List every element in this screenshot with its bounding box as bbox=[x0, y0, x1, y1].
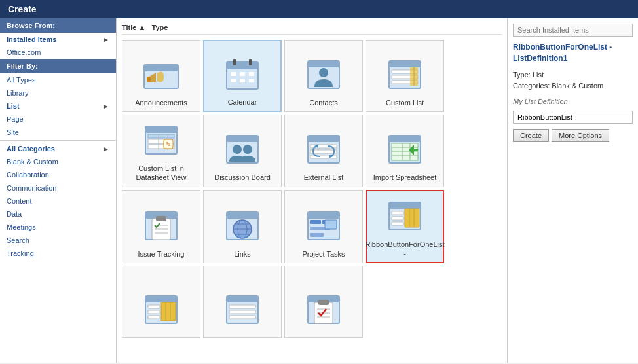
sidebar-item-search[interactable]: Search bbox=[0, 234, 116, 247]
discussion-label: Discussion Board bbox=[214, 173, 271, 182]
create-button[interactable]: Create bbox=[513, 129, 549, 142]
sidebar-item-officecom[interactable]: Office.com bbox=[0, 46, 116, 59]
custom-list-label: Custom List bbox=[386, 98, 424, 107]
svg-rect-68 bbox=[308, 212, 339, 219]
ribbon-icon bbox=[384, 195, 426, 237]
name-input[interactable] bbox=[513, 111, 633, 124]
links-label: Links bbox=[234, 249, 251, 259]
detail-title: RibbonButtonForOneList - ListDefinition1 bbox=[513, 42, 633, 64]
svg-rect-25 bbox=[145, 126, 177, 133]
sidebar-item-allcategories[interactable]: All Categories ► bbox=[0, 142, 116, 155]
title-label: Create bbox=[8, 4, 37, 14]
svg-rect-26 bbox=[148, 134, 174, 138]
svg-point-36 bbox=[243, 145, 252, 154]
arrow-icon: ► bbox=[103, 36, 109, 43]
svg-rect-84 bbox=[161, 302, 176, 321]
issue-label: Issue Tracking bbox=[138, 249, 185, 259]
svg-rect-13 bbox=[249, 79, 254, 82]
sidebar-item-comm[interactable]: Communication bbox=[0, 181, 116, 194]
svg-rect-56 bbox=[156, 216, 166, 221]
import-label: Import Spreadsheet bbox=[373, 173, 437, 182]
search-input[interactable] bbox=[513, 24, 633, 37]
announcements-label: Announcements bbox=[135, 98, 187, 107]
svg-rect-92 bbox=[229, 305, 255, 308]
grid-item-custom-list[interactable]: Custom List bbox=[366, 40, 444, 112]
svg-rect-8 bbox=[231, 72, 236, 76]
svg-rect-94 bbox=[229, 316, 255, 319]
svg-rect-91 bbox=[227, 296, 258, 302]
sidebar-item-site[interactable]: Site bbox=[0, 126, 116, 139]
svg-rect-18 bbox=[389, 61, 421, 67]
svg-rect-98 bbox=[318, 300, 329, 305]
grid-item-13[interactable] bbox=[122, 266, 200, 338]
svg-rect-72 bbox=[310, 233, 324, 237]
discussion-icon bbox=[221, 128, 263, 170]
grid-item-import[interactable]: Import Spreadsheet bbox=[366, 115, 444, 187]
title-bar: Create bbox=[0, 0, 638, 18]
sidebar-item-alltypes[interactable]: All Types bbox=[0, 73, 116, 86]
sidebar-item-tracking[interactable]: Tracking bbox=[0, 247, 116, 260]
svg-rect-75 bbox=[389, 202, 421, 209]
sidebar-item-blank[interactable]: Blank & Custom bbox=[0, 155, 116, 168]
item15-icon bbox=[303, 289, 345, 331]
links-icon bbox=[221, 205, 263, 247]
grid-item-14[interactable] bbox=[203, 266, 282, 338]
svg-rect-11 bbox=[231, 79, 236, 82]
datasheet-label: Custom List in Datasheet View bbox=[125, 164, 197, 183]
svg-rect-9 bbox=[240, 72, 245, 76]
tasks-label: Project Tasks bbox=[302, 249, 345, 259]
svg-rect-73 bbox=[325, 220, 337, 229]
grid-item-calendar[interactable]: Calendar bbox=[203, 40, 282, 112]
sidebar-item-page[interactable]: Page bbox=[0, 113, 116, 126]
datasheet-icon: ✎ bbox=[140, 119, 182, 161]
grid-item-links[interactable]: Links bbox=[203, 190, 282, 264]
grid-item-announcements[interactable]: Announcements bbox=[122, 40, 200, 112]
detail-type: Type: List bbox=[513, 69, 633, 81]
svg-rect-93 bbox=[229, 310, 255, 314]
import-icon bbox=[384, 128, 426, 170]
items-grid: Announcements bbox=[122, 40, 502, 338]
filter-by-header: Filter By: bbox=[0, 59, 116, 73]
svg-rect-69 bbox=[310, 220, 321, 224]
contacts-icon bbox=[303, 54, 345, 96]
sidebar-item-collab[interactable]: Collaboration bbox=[0, 168, 116, 181]
more-options-button[interactable]: More Options bbox=[552, 129, 609, 142]
sidebar-item-data[interactable]: Data bbox=[0, 208, 116, 221]
svg-rect-81 bbox=[392, 222, 403, 225]
svg-point-16 bbox=[319, 68, 328, 77]
grid-item-external[interactable]: External List bbox=[284, 115, 363, 187]
type-sort[interactable]: Type bbox=[152, 24, 168, 31]
arrow-icon-cat: ► bbox=[103, 145, 109, 153]
grid-item-contacts[interactable]: Contacts bbox=[284, 40, 363, 112]
svg-rect-5 bbox=[227, 62, 258, 69]
custom-list-icon bbox=[384, 54, 426, 96]
svg-rect-87 bbox=[148, 305, 160, 308]
svg-rect-34 bbox=[227, 136, 258, 142]
svg-rect-15 bbox=[308, 61, 339, 67]
grid-item-datasheet[interactable]: ✎ Custom List in Datasheet View bbox=[122, 115, 200, 187]
sidebar-item-installed[interactable]: Installed Items ► bbox=[0, 33, 116, 46]
sidebar-item-list[interactable]: List ► bbox=[0, 100, 116, 113]
svg-rect-61 bbox=[227, 212, 258, 219]
svg-rect-45 bbox=[389, 136, 421, 142]
grid-item-15[interactable] bbox=[284, 266, 363, 338]
svg-rect-89 bbox=[148, 316, 160, 319]
contacts-label: Contacts bbox=[309, 98, 337, 107]
tasks-icon bbox=[303, 205, 345, 247]
calendar-label: Calendar bbox=[228, 98, 257, 107]
grid-item-tasks[interactable]: Project Tasks bbox=[284, 190, 363, 264]
grid-item-ribbon[interactable]: RibbonButtonForOneList - bbox=[366, 190, 444, 264]
svg-rect-1 bbox=[144, 65, 178, 71]
item13-icon bbox=[140, 289, 182, 331]
sidebar-item-content[interactable]: Content bbox=[0, 194, 116, 208]
sidebar-item-meetings[interactable]: Meetings bbox=[0, 221, 116, 234]
ribbon-label: RibbonButtonForOneList - bbox=[365, 240, 444, 259]
svg-rect-6 bbox=[233, 59, 236, 65]
item14-icon bbox=[221, 289, 263, 331]
grid-item-discussion[interactable]: Discussion Board bbox=[203, 115, 282, 187]
grid-item-issue[interactable]: Issue Tracking bbox=[122, 190, 200, 264]
title-sort[interactable]: Title ▲ bbox=[122, 24, 145, 31]
svg-rect-12 bbox=[240, 79, 245, 82]
svg-point-35 bbox=[233, 145, 242, 154]
sidebar-item-library[interactable]: Library bbox=[0, 86, 116, 100]
